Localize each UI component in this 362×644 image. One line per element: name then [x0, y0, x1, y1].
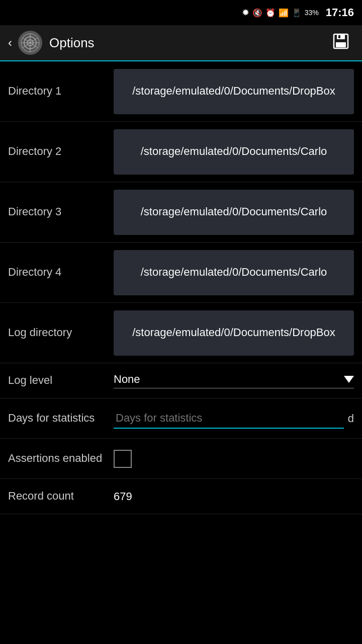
assertions-checkbox-wrapper [114, 450, 132, 468]
directory4-row: Directory 4 /storage/emulated/0/Document… [0, 243, 362, 303]
days-input[interactable] [114, 409, 344, 429]
log-level-dropdown[interactable]: None [114, 373, 354, 388]
svg-rect-8 [337, 34, 345, 39]
directory1-label: Directory 1 [8, 84, 114, 99]
action-bar: ‹ Options [0, 25, 362, 61]
directory3-value[interactable]: /storage/emulated/0/Documents/Carlo [114, 190, 354, 235]
directory2-value[interactable]: /storage/emulated/0/Documents/Carlo [114, 129, 354, 175]
page-title: Options [49, 35, 328, 51]
assertions-row: Assertions enabled [0, 439, 362, 479]
log-directory-row: Log directory /storage/emulated/0/Docume… [0, 303, 362, 363]
directory3-label: Directory 3 [8, 205, 114, 219]
svg-rect-10 [338, 35, 340, 38]
status-bar: ✹ 🔇 ⏰ 📶 📱 33% 17:16 [0, 0, 362, 25]
back-button[interactable]: ‹ [8, 36, 12, 50]
log-level-selected: None [114, 373, 340, 386]
log-level-row: Log level None [0, 363, 362, 398]
assertions-checkbox[interactable] [114, 450, 132, 468]
log-directory-value[interactable]: /storage/emulated/0/Documents/DropBox [114, 310, 354, 356]
signal-icon: 📱 [292, 8, 302, 18]
days-row: Days for statistics d [0, 398, 362, 439]
record-count-value: 679 [114, 490, 132, 503]
directory4-label: Directory 4 [8, 265, 114, 280]
record-count-row: Record count 679 [0, 479, 362, 514]
status-time: 17:16 [326, 6, 354, 19]
directory1-value[interactable]: /storage/emulated/0/Documents/DropBox [114, 69, 354, 114]
battery-label: 33% [305, 9, 319, 17]
assertions-label: Assertions enabled [8, 451, 114, 466]
wifi-icon: 📶 [279, 8, 289, 18]
days-unit: d [348, 412, 354, 425]
directory3-row: Directory 3 /storage/emulated/0/Document… [0, 182, 362, 243]
directory2-label: Directory 2 [8, 144, 114, 159]
bluetooth-icon: ✹ [242, 7, 249, 18]
dropdown-arrow-icon [344, 376, 354, 383]
record-count-label: Record count [8, 489, 114, 504]
status-icons: ✹ 🔇 ⏰ 📶 📱 33% 17:16 [242, 6, 354, 19]
directory2-row: Directory 2 /storage/emulated/0/Document… [0, 122, 362, 182]
settings-content: Directory 1 /storage/emulated/0/Document… [0, 61, 362, 514]
mute-icon: 🔇 [252, 8, 262, 18]
app-icon [18, 31, 42, 55]
svg-rect-9 [336, 42, 346, 47]
directory4-value[interactable]: /storage/emulated/0/Documents/Carlo [114, 250, 354, 295]
log-level-label: Log level [8, 373, 114, 388]
save-button[interactable] [328, 28, 354, 58]
directory1-row: Directory 1 /storage/emulated/0/Document… [0, 61, 362, 122]
days-input-wrapper: d [114, 409, 354, 429]
days-label: Days for statistics [8, 411, 114, 426]
alarm-icon: ⏰ [265, 8, 276, 18]
log-directory-label: Log directory [8, 326, 114, 340]
